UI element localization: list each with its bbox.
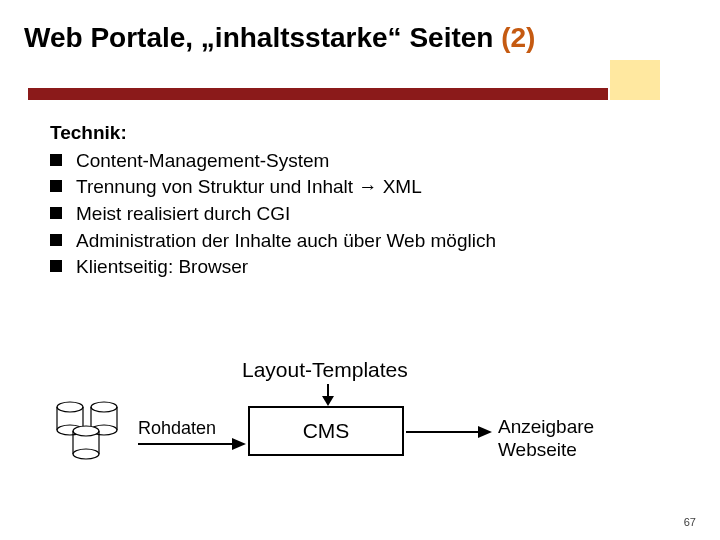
page-number: 67 (684, 516, 696, 528)
section-heading: Technik: (50, 120, 670, 146)
body-content: Technik: Content-Management-System Trenn… (50, 120, 670, 281)
slide: Web Portale, „inhaltsstarke“ Seiten (2) … (0, 0, 720, 540)
svg-point-2 (57, 402, 83, 412)
svg-marker-9 (232, 438, 246, 450)
cylinder-icon (72, 426, 100, 460)
cms-box: CMS (248, 406, 404, 456)
svg-marker-11 (478, 426, 492, 438)
svg-point-7 (73, 449, 99, 459)
list-item: Content-Management-System (50, 148, 670, 174)
svg-point-6 (73, 426, 99, 436)
arrow-down-icon (322, 384, 334, 406)
svg-point-4 (91, 402, 117, 412)
diagram: Layout-Templates Rohdaten (0, 330, 720, 510)
cms-label: CMS (303, 419, 350, 442)
decor-accent-yellow (610, 60, 660, 100)
list-item: Meist realisiert durch CGI (50, 201, 670, 227)
list-item: Klientseitig: Browser (50, 254, 670, 280)
title-main: Web Portale, „inhaltsstarke“ Seiten (24, 22, 501, 53)
output-line2: Webseite (498, 439, 577, 460)
list-item: Trennung von Struktur und Inhalt → XML (50, 174, 670, 200)
bullet-list: Content-Management-System Trennung von S… (50, 148, 670, 280)
title-suffix: (2) (501, 22, 535, 53)
rohdaten-label: Rohdaten (138, 418, 216, 439)
output-label: Anzeigbare Webseite (498, 416, 594, 462)
arrow-right-icon (138, 438, 246, 450)
arrow-right-icon (406, 426, 492, 438)
slide-title: Web Portale, „inhaltsstarke“ Seiten (2) (24, 22, 535, 54)
layout-templates-label: Layout-Templates (242, 358, 408, 382)
output-line1: Anzeigbare (498, 416, 594, 437)
decor-title-underline (28, 88, 608, 100)
list-item: Administration der Inhalte auch über Web… (50, 228, 670, 254)
svg-marker-1 (322, 396, 334, 406)
